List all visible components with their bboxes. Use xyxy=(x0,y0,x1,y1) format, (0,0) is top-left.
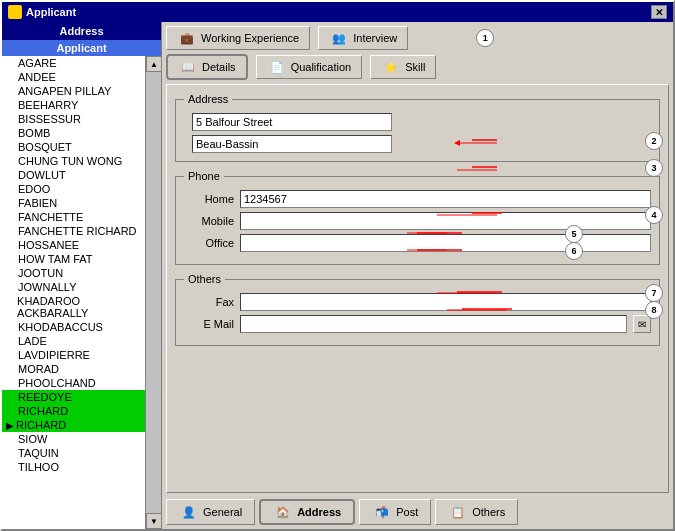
top-tabs: 💼 Working Experience 👥 Interview 1 xyxy=(166,26,669,50)
details-label: Details xyxy=(202,61,236,73)
home-phone-input[interactable] xyxy=(240,190,651,208)
list-item[interactable]: KHODABACCUS xyxy=(2,320,145,334)
list-item[interactable]: FABIEN xyxy=(2,196,145,210)
list-item[interactable]: TILHOO xyxy=(2,460,145,474)
tab-post[interactable]: 📬 Post xyxy=(359,499,431,525)
list-item[interactable]: RICHARD xyxy=(2,404,145,418)
list-item-name: BEEHARRY xyxy=(18,99,78,111)
tab-general[interactable]: 👤 General xyxy=(166,499,255,525)
others-label: Others xyxy=(472,506,505,518)
list-item[interactable]: ▶RICHARD xyxy=(2,418,145,432)
list-item[interactable]: REEDOYE xyxy=(2,390,145,404)
list-item[interactable]: TAQUIN xyxy=(2,446,145,460)
list-item[interactable]: ANGAPEN PILLAY xyxy=(2,84,145,98)
interview-label: Interview xyxy=(353,32,397,44)
briefcase-icon: 💼 xyxy=(177,30,197,46)
list-item[interactable]: HOW TAM FAT xyxy=(2,252,145,266)
working-experience-label: Working Experience xyxy=(201,32,299,44)
list-item[interactable]: BOMB xyxy=(2,126,145,140)
office-label: Office xyxy=(184,237,234,249)
list-item[interactable]: LADE xyxy=(2,334,145,348)
fax-label: Fax xyxy=(184,296,234,308)
list-item-name: LAVDIPIERRE xyxy=(18,349,90,361)
general-label: General xyxy=(203,506,242,518)
list-item-name: REEDOYE xyxy=(18,391,72,403)
badge-2: 2 xyxy=(645,132,663,150)
list-item[interactable]: LAVDIPIERRE xyxy=(2,348,145,362)
list-item[interactable]: DOWLUT xyxy=(2,168,145,182)
list-item-name: ANGAPEN PILLAY xyxy=(18,85,111,97)
list-item-name: AGARE xyxy=(18,57,57,69)
list-item-name: DOWLUT xyxy=(18,169,66,181)
mobile-phone-input[interactable] xyxy=(240,212,651,230)
address-line1-input[interactable] xyxy=(192,113,392,131)
tab-qualification[interactable]: 📄 Qualification xyxy=(256,55,363,79)
applicant-window: Applicant ✕ Address Applicant AGAREANDEE… xyxy=(0,0,675,531)
fax-field-row: Fax xyxy=(184,293,651,311)
list-item[interactable]: ANDEE xyxy=(2,70,145,84)
book-icon: 📖 xyxy=(178,59,198,75)
address-label: Address xyxy=(297,506,341,518)
list-item[interactable]: BISSESSUR xyxy=(2,112,145,126)
list-item-name: PHOOLCHAND xyxy=(18,377,96,389)
list-item[interactable]: KHADAROO ACKBARALLY xyxy=(2,294,145,320)
list-item[interactable]: AGARE xyxy=(2,56,145,70)
list-item[interactable]: MORAD xyxy=(2,362,145,376)
main-content: Address Applicant AGAREANDEEANGAPEN PILL… xyxy=(2,22,673,529)
email-icon-button[interactable]: ✉ xyxy=(633,315,651,333)
badge-6: 6 xyxy=(565,242,583,260)
title-bar: Applicant ✕ xyxy=(2,2,673,22)
others-icon: 📋 xyxy=(448,504,468,520)
scrollbar[interactable]: ▲ ▼ xyxy=(145,56,161,529)
tab-working-experience[interactable]: 💼 Working Experience xyxy=(166,26,310,50)
list-item[interactable]: BEEHARRY xyxy=(2,98,145,112)
list-item[interactable]: HOSSANEE xyxy=(2,238,145,252)
list-item[interactable]: PHOOLCHAND xyxy=(2,376,145,390)
scroll-down-button[interactable]: ▼ xyxy=(146,513,161,529)
close-button[interactable]: ✕ xyxy=(651,5,667,19)
home-field-row: Home xyxy=(184,190,651,208)
applicant-list: AGAREANDEEANGAPEN PILLAYBEEHARRYBISSESSU… xyxy=(2,56,145,529)
bottom-tabs: 👤 General 🏠 Address 📬 Post 📋 Others xyxy=(166,499,669,525)
list-item-name: TAQUIN xyxy=(18,447,59,459)
list-item-name: CHUNG TUN WONG xyxy=(18,155,122,167)
tab-others[interactable]: 📋 Others xyxy=(435,499,518,525)
others-legend: Others xyxy=(184,273,225,285)
email-label: E Mail xyxy=(184,318,234,330)
list-item[interactable]: FANCHETTE RICHARD xyxy=(2,224,145,238)
list-item-name: BISSESSUR xyxy=(18,113,81,125)
list-item[interactable]: JOWNALLY xyxy=(2,280,145,294)
list-item-name: TILHOO xyxy=(18,461,59,473)
list-item-name: HOW TAM FAT xyxy=(18,253,93,265)
list-item[interactable]: EDOO xyxy=(2,182,145,196)
phone-fieldset: Phone Home Mobile Office xyxy=(175,170,660,265)
email-input[interactable] xyxy=(240,315,627,333)
tab-details[interactable]: 📖 Details xyxy=(166,54,248,80)
address-legend: Address xyxy=(184,93,232,105)
list-item[interactable]: JOOTUN xyxy=(2,266,145,280)
tab-skill[interactable]: ⭐ Skill xyxy=(370,55,436,79)
list-item-name: KHODABACCUS xyxy=(18,321,103,333)
address-line2-input[interactable] xyxy=(192,135,392,153)
fax-input[interactable] xyxy=(240,293,651,311)
tab-address[interactable]: 🏠 Address xyxy=(259,499,355,525)
address-icon: 🏠 xyxy=(273,504,293,520)
list-item-name: JOOTUN xyxy=(18,267,63,279)
star-icon: ⭐ xyxy=(381,59,401,75)
address-fieldset: Address xyxy=(175,93,660,162)
list-item[interactable]: FANCHETTE xyxy=(2,210,145,224)
left-panel: Address Applicant AGAREANDEEANGAPEN PILL… xyxy=(2,22,162,529)
list-item[interactable]: CHUNG TUN WONG xyxy=(2,154,145,168)
second-tabs: 📖 Details 📄 Qualification ⭐ Skill xyxy=(166,54,669,80)
scroll-up-button[interactable]: ▲ xyxy=(146,56,161,72)
office-phone-input[interactable] xyxy=(240,234,651,252)
list-item[interactable]: SIOW xyxy=(2,432,145,446)
mobile-label: Mobile xyxy=(184,215,234,227)
scroll-track[interactable] xyxy=(146,72,161,513)
app-icon xyxy=(8,5,22,19)
list-item-name: RICHARD xyxy=(18,405,68,417)
tab-interview[interactable]: 👥 Interview xyxy=(318,26,408,50)
annotation-1: 1 xyxy=(476,29,494,47)
list-item[interactable]: BOSQUET xyxy=(2,140,145,154)
title-bar-left: Applicant xyxy=(8,5,76,19)
